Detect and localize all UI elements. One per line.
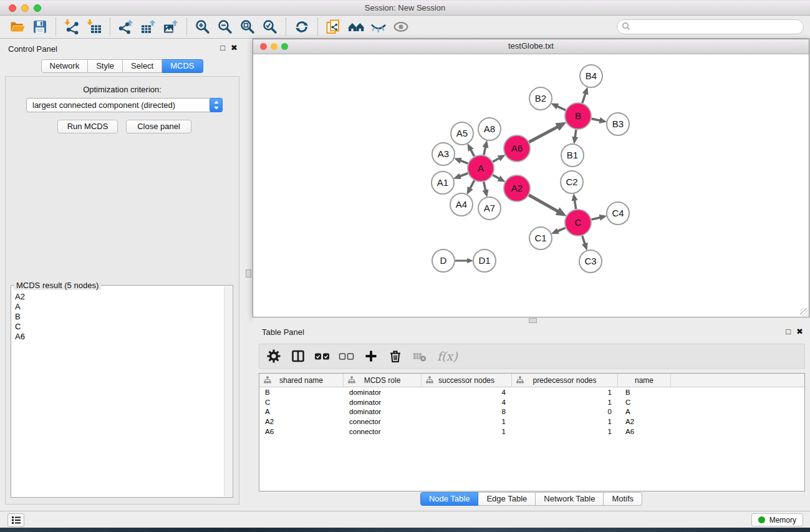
deselect-all-columns-button[interactable] [337,347,356,365]
network-graph[interactable]: B4B2BB3B1C2A5A8A6A3AA1A2A4A7CC4C1C3DD1 [253,54,809,317]
close-view-icon[interactable] [260,43,267,50]
graph-node-B4[interactable]: B4 [580,65,602,87]
show-columns-button[interactable] [289,347,307,365]
graph-edge-A-A4[interactable] [470,180,475,188]
tab-edge-table[interactable]: Edge Table [478,492,536,506]
zoom-selected-button[interactable] [259,17,281,36]
result-item[interactable]: A6 [14,332,223,342]
select-all-columns-button[interactable] [313,347,332,365]
minimize-window-icon[interactable] [21,4,29,12]
minimize-view-icon[interactable] [271,43,277,50]
duplicate-network-button[interactable] [322,17,345,36]
graph-node-B[interactable]: B [565,103,591,129]
create-column-button[interactable] [362,347,380,365]
run-mcds-button[interactable]: Run MCDS [57,120,118,133]
zoom-out-button[interactable] [214,17,236,36]
criterion-select[interactable]: largest connected component (directed) [26,98,223,112]
resize-grip-icon[interactable] [800,308,808,316]
column-header-predecessor-nodes[interactable]: predecessor nodes [512,374,618,387]
graph-edge-A-A7[interactable] [484,181,486,190]
graph-node-C2[interactable]: C2 [561,171,583,193]
refresh-layout-button[interactable] [291,17,313,36]
zoom-window-icon[interactable] [34,4,41,12]
graph-edge-A6-B[interactable] [529,127,557,142]
graph-edge-C-C1[interactable] [557,228,566,231]
graph-node-C3[interactable]: C3 [579,250,602,273]
column-header-name[interactable]: name [618,374,671,387]
tab-mcds[interactable]: MCDS [162,59,203,73]
graph-node-D[interactable]: D [432,249,455,272]
close-panel-button[interactable]: Close panel [126,120,191,133]
graph-edge-A-A3[interactable] [460,160,468,163]
graph-edge-B-B2[interactable] [557,106,566,110]
export-table-button[interactable] [137,17,160,36]
graph-edge-A-A8[interactable] [484,147,486,155]
tab-network[interactable]: Network [41,59,88,73]
zoom-view-icon[interactable] [281,43,288,50]
tab-network-table[interactable]: Network Table [536,492,604,506]
search-input[interactable] [617,19,804,34]
network-canvas[interactable]: B4B2BB3B1C2A5A8A6A3AA1A2A4A7CC4C1C3DD1 [253,54,809,317]
result-item[interactable]: A2 [14,292,223,302]
graph-node-B1[interactable]: B1 [561,144,584,167]
graph-edge-B-B4[interactable] [582,94,586,103]
graph-node-B2[interactable]: B2 [529,87,552,110]
tab-style[interactable]: Style [88,59,123,73]
graph-edge-A-A6[interactable] [493,158,499,162]
import-network-button[interactable] [60,17,83,36]
vertical-split-divider[interactable] [244,39,253,511]
result-item[interactable]: B [14,312,223,322]
zoom-fit-button[interactable] [236,17,259,36]
table-row[interactable]: Adominator80A [259,407,804,417]
close-panel-icon[interactable]: ✖ [796,327,803,336]
graph-edge-A2-C[interactable] [529,195,558,211]
graph-edge-A-A1[interactable] [460,173,468,177]
graph-edge-B-B1[interactable] [575,130,576,137]
graphics-details-button[interactable] [390,17,412,36]
style-visibility-button[interactable] [367,17,390,36]
graph-node-D1[interactable]: D1 [473,249,496,272]
column-header-MCDS-role[interactable]: MCDS role [344,374,422,387]
graph-node-A6[interactable]: A6 [504,135,530,162]
export-image-button[interactable] [160,17,182,36]
graph-node-A2[interactable]: A2 [504,175,530,201]
graph-node-B3[interactable]: B3 [607,113,629,135]
divider-handle[interactable] [246,269,251,278]
zoom-in-button[interactable] [191,17,214,36]
graph-node-A[interactable]: A [468,155,494,181]
combo-stepper-icon[interactable] [210,98,223,112]
horizontal-split-divider[interactable] [253,317,810,323]
memory-button[interactable]: Memory [751,513,803,526]
table-row[interactable]: Cdominator41C [259,397,804,407]
graph-node-A5[interactable]: A5 [451,122,473,145]
graph-node-A3[interactable]: A3 [432,143,455,165]
table-row[interactable]: A2connector11A2 [259,417,804,427]
column-header-successor-nodes[interactable]: successor nodes [422,374,512,387]
table-settings-button[interactable] [264,347,283,365]
close-window-icon[interactable] [9,4,16,12]
graph-node-A1[interactable]: A1 [432,172,454,194]
tab-select[interactable]: Select [123,59,162,73]
table-row[interactable]: Bdominator41B [259,387,804,397]
tab-motifs[interactable]: Motifs [604,492,642,506]
graph-node-C[interactable]: C [565,210,591,236]
table-row[interactable]: A6connector11A6 [259,427,804,437]
divider-handle[interactable] [529,318,537,323]
tab-node-table[interactable]: Node Table [420,492,479,506]
open-file-button[interactable] [6,17,29,36]
graph-edge-A-A5[interactable] [471,150,475,157]
float-panel-icon[interactable]: □ [220,43,225,52]
birdseye-view-button[interactable] [345,17,367,36]
float-panel-icon[interactable]: □ [786,327,791,336]
save-session-button[interactable] [29,17,51,36]
graph-node-A4[interactable]: A4 [450,193,473,216]
import-table-button[interactable] [83,17,105,36]
export-network-button[interactable] [115,17,137,36]
result-item[interactable]: C [14,322,223,332]
result-item[interactable]: A [14,302,223,312]
result-scrollbar[interactable] [224,286,232,496]
graph-edge-A-A2[interactable] [493,175,499,179]
graph-node-A8[interactable]: A8 [478,118,501,140]
graph-node-C1[interactable]: C1 [529,227,552,249]
graph-edge-C-C2[interactable] [574,200,576,209]
